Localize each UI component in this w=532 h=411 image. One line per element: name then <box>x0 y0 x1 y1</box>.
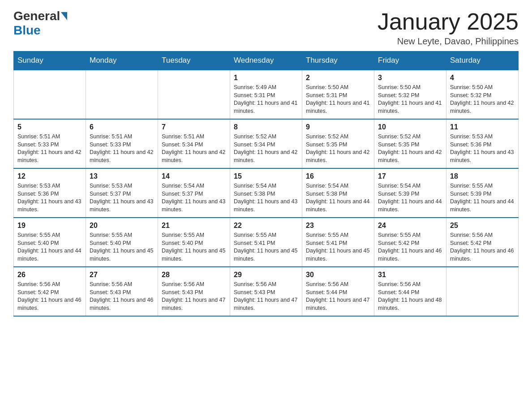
day-number: 18 <box>450 172 515 180</box>
day-number: 14 <box>162 172 226 180</box>
day-info: Sunrise: 5:55 AMSunset: 5:40 PMDaylight:… <box>17 231 82 263</box>
day-info: Sunrise: 5:55 AMSunset: 5:39 PMDaylight:… <box>450 182 515 214</box>
day-number: 22 <box>234 222 298 230</box>
calendar-week-2: 5Sunrise: 5:51 AMSunset: 5:33 PMDaylight… <box>14 119 519 168</box>
day-info: Sunrise: 5:55 AMSunset: 5:41 PMDaylight:… <box>306 231 370 263</box>
day-number: 31 <box>378 271 442 279</box>
header-friday: Friday <box>374 51 446 70</box>
calendar-week-5: 26Sunrise: 5:56 AMSunset: 5:42 PMDayligh… <box>14 267 519 316</box>
day-number: 1 <box>234 74 298 82</box>
day-number: 17 <box>378 172 442 180</box>
day-info: Sunrise: 5:50 AMSunset: 5:32 PMDaylight:… <box>450 84 515 115</box>
day-number: 7 <box>162 123 226 131</box>
calendar-cell: 10Sunrise: 5:52 AMSunset: 5:35 PMDayligh… <box>374 119 446 168</box>
day-number: 19 <box>17 222 82 230</box>
page-header: General Blue January 2025 New Leyte, Dav… <box>13 9 519 47</box>
calendar-cell: 31Sunrise: 5:56 AMSunset: 5:44 PMDayligh… <box>374 267 446 316</box>
header-wednesday: Wednesday <box>230 51 302 70</box>
calendar-cell: 26Sunrise: 5:56 AMSunset: 5:42 PMDayligh… <box>14 267 86 316</box>
day-info: Sunrise: 5:51 AMSunset: 5:33 PMDaylight:… <box>17 133 82 164</box>
day-number: 4 <box>450 74 515 82</box>
day-number: 6 <box>90 123 154 131</box>
header-thursday: Thursday <box>302 51 374 70</box>
day-number: 11 <box>450 123 515 131</box>
calendar-cell: 21Sunrise: 5:55 AMSunset: 5:40 PMDayligh… <box>158 218 230 267</box>
month-title: January 2025 <box>378 9 519 34</box>
calendar-cell: 4Sunrise: 5:50 AMSunset: 5:32 PMDaylight… <box>446 70 519 119</box>
day-info: Sunrise: 5:55 AMSunset: 5:40 PMDaylight:… <box>90 231 154 263</box>
day-number: 13 <box>90 172 154 180</box>
calendar-cell: 19Sunrise: 5:55 AMSunset: 5:40 PMDayligh… <box>14 218 86 267</box>
day-info: Sunrise: 5:52 AMSunset: 5:35 PMDaylight:… <box>306 133 370 164</box>
day-info: Sunrise: 5:53 AMSunset: 5:36 PMDaylight:… <box>17 182 82 214</box>
calendar-cell: 11Sunrise: 5:53 AMSunset: 5:36 PMDayligh… <box>446 119 519 168</box>
calendar-cell: 30Sunrise: 5:56 AMSunset: 5:44 PMDayligh… <box>302 267 374 316</box>
calendar-cell: 8Sunrise: 5:52 AMSunset: 5:34 PMDaylight… <box>230 119 302 168</box>
calendar-week-1: 1Sunrise: 5:49 AMSunset: 5:31 PMDaylight… <box>14 70 519 119</box>
calendar-cell: 17Sunrise: 5:54 AMSunset: 5:39 PMDayligh… <box>374 168 446 218</box>
day-info: Sunrise: 5:49 AMSunset: 5:31 PMDaylight:… <box>234 84 298 115</box>
calendar-cell: 15Sunrise: 5:54 AMSunset: 5:38 PMDayligh… <box>230 168 302 218</box>
day-number: 21 <box>162 222 226 230</box>
calendar-cell: 3Sunrise: 5:50 AMSunset: 5:32 PMDaylight… <box>374 70 446 119</box>
title-area: January 2025 New Leyte, Davao, Philippin… <box>378 9 519 47</box>
day-info: Sunrise: 5:55 AMSunset: 5:41 PMDaylight:… <box>234 231 298 263</box>
header-sunday: Sunday <box>14 51 86 70</box>
day-number: 29 <box>234 271 298 279</box>
logo-general-text: General <box>13 9 60 23</box>
calendar-cell: 2Sunrise: 5:50 AMSunset: 5:31 PMDaylight… <box>302 70 374 119</box>
day-info: Sunrise: 5:50 AMSunset: 5:32 PMDaylight:… <box>378 84 442 115</box>
calendar-week-3: 12Sunrise: 5:53 AMSunset: 5:36 PMDayligh… <box>14 168 519 218</box>
calendar-cell: 25Sunrise: 5:56 AMSunset: 5:42 PMDayligh… <box>446 218 519 267</box>
day-number: 27 <box>90 271 154 279</box>
calendar-cell: 20Sunrise: 5:55 AMSunset: 5:40 PMDayligh… <box>86 218 158 267</box>
day-info: Sunrise: 5:54 AMSunset: 5:39 PMDaylight:… <box>378 182 442 214</box>
calendar-cell <box>446 267 519 316</box>
day-number: 16 <box>306 172 370 180</box>
calendar-cell: 24Sunrise: 5:55 AMSunset: 5:42 PMDayligh… <box>374 218 446 267</box>
calendar-cell: 1Sunrise: 5:49 AMSunset: 5:31 PMDaylight… <box>230 70 302 119</box>
logo-triangle-icon <box>61 12 67 20</box>
day-number: 15 <box>234 172 298 180</box>
calendar-cell: 12Sunrise: 5:53 AMSunset: 5:36 PMDayligh… <box>14 168 86 218</box>
day-info: Sunrise: 5:52 AMSunset: 5:35 PMDaylight:… <box>378 133 442 164</box>
day-info: Sunrise: 5:56 AMSunset: 5:43 PMDaylight:… <box>162 281 226 312</box>
calendar-cell: 27Sunrise: 5:56 AMSunset: 5:43 PMDayligh… <box>86 267 158 316</box>
day-info: Sunrise: 5:56 AMSunset: 5:43 PMDaylight:… <box>90 281 154 312</box>
day-info: Sunrise: 5:50 AMSunset: 5:31 PMDaylight:… <box>306 84 370 115</box>
day-info: Sunrise: 5:54 AMSunset: 5:38 PMDaylight:… <box>234 182 298 214</box>
day-number: 12 <box>17 172 82 180</box>
day-info: Sunrise: 5:55 AMSunset: 5:42 PMDaylight:… <box>378 231 442 263</box>
header-monday: Monday <box>86 51 158 70</box>
day-number: 9 <box>306 123 370 131</box>
calendar-cell <box>14 70 86 119</box>
day-info: Sunrise: 5:53 AMSunset: 5:37 PMDaylight:… <box>90 182 154 214</box>
calendar-cell: 5Sunrise: 5:51 AMSunset: 5:33 PMDaylight… <box>14 119 86 168</box>
header-tuesday: Tuesday <box>158 51 230 70</box>
day-info: Sunrise: 5:56 AMSunset: 5:42 PMDaylight:… <box>450 231 515 263</box>
day-info: Sunrise: 5:51 AMSunset: 5:33 PMDaylight:… <box>90 133 154 164</box>
header-saturday: Saturday <box>446 51 519 70</box>
calendar-cell: 9Sunrise: 5:52 AMSunset: 5:35 PMDaylight… <box>302 119 374 168</box>
calendar-cell: 22Sunrise: 5:55 AMSunset: 5:41 PMDayligh… <box>230 218 302 267</box>
day-number: 5 <box>17 123 82 131</box>
logo: General Blue <box>13 9 68 38</box>
day-info: Sunrise: 5:53 AMSunset: 5:36 PMDaylight:… <box>450 133 515 164</box>
day-info: Sunrise: 5:56 AMSunset: 5:43 PMDaylight:… <box>234 281 298 312</box>
calendar-cell: 6Sunrise: 5:51 AMSunset: 5:33 PMDaylight… <box>86 119 158 168</box>
calendar-cell: 29Sunrise: 5:56 AMSunset: 5:43 PMDayligh… <box>230 267 302 316</box>
calendar-cell: 16Sunrise: 5:54 AMSunset: 5:38 PMDayligh… <box>302 168 374 218</box>
day-number: 20 <box>90 222 154 230</box>
calendar-cell <box>158 70 230 119</box>
day-number: 23 <box>306 222 370 230</box>
day-number: 2 <box>306 74 370 82</box>
day-number: 25 <box>450 222 515 230</box>
day-number: 8 <box>234 123 298 131</box>
calendar-cell: 7Sunrise: 5:51 AMSunset: 5:34 PMDaylight… <box>158 119 230 168</box>
calendar-week-4: 19Sunrise: 5:55 AMSunset: 5:40 PMDayligh… <box>14 218 519 267</box>
calendar-cell: 23Sunrise: 5:55 AMSunset: 5:41 PMDayligh… <box>302 218 374 267</box>
day-info: Sunrise: 5:56 AMSunset: 5:44 PMDaylight:… <box>378 281 442 312</box>
day-number: 28 <box>162 271 226 279</box>
day-info: Sunrise: 5:55 AMSunset: 5:40 PMDaylight:… <box>162 231 226 263</box>
day-info: Sunrise: 5:54 AMSunset: 5:37 PMDaylight:… <box>162 182 226 214</box>
